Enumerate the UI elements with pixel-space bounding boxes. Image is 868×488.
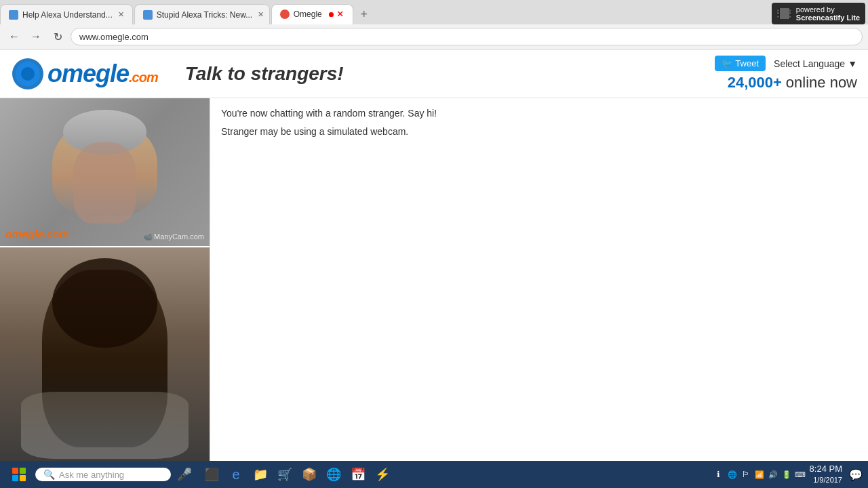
address-bar: ← → ↻ www.omegle.com	[0, 24, 868, 49]
user-video	[0, 247, 210, 470]
stranger-hair	[63, 110, 147, 154]
amazon-icon[interactable]: 📦	[298, 464, 320, 485]
file-explorer-icon[interactable]: 📁	[250, 464, 271, 485]
browser-chrome: Help Alexa Understand... ✕ Stupid Alexa …	[0, 0, 868, 49]
task-view-icon[interactable]: ⬛	[201, 464, 222, 485]
tab-label-1: Stupid Alexa Tricks: New...	[157, 10, 252, 20]
powered-by-text: powered by	[796, 5, 835, 14]
taskbar: 🔍 Ask me anything 🎤 ⬛ e 📁 🛒 📦 🌐 📅 ⚡ ℹ 🌐 …	[0, 461, 868, 488]
tab-favicon-1	[143, 10, 153, 20]
store-icon[interactable]: 🛒	[274, 464, 296, 485]
system-clock: 8:24 PM 1/9/2017	[810, 464, 842, 485]
tab-close-2[interactable]: ⏺ ✕	[328, 10, 344, 18]
tray-flag-icon[interactable]: 🏳	[741, 469, 751, 480]
edge-icon[interactable]: e	[225, 464, 247, 485]
tab-0[interactable]: Help Alexa Understand... ✕	[0, 4, 133, 24]
start-button[interactable]	[5, 464, 33, 485]
tray-battery-icon[interactable]: 🔋	[781, 469, 792, 480]
logo-area: omegle.com	[11, 57, 158, 91]
system-tray: ℹ 🌐 🏳 📶 🔊 🔋 ⌨ 8:24 PM 1/9/2017 💬	[713, 464, 863, 485]
tab-favicon-0	[9, 10, 18, 20]
chat-panel: You're now chatting with a random strang…	[210, 98, 868, 488]
tweet-button[interactable]: 🐦 Tweet	[715, 56, 766, 71]
taskbar-icons: ⬛ e 📁 🛒 📦 🌐 📅 ⚡	[201, 464, 393, 485]
tab-label-0: Help Alexa Understand...	[22, 10, 113, 20]
tab-close-1[interactable]: ✕	[258, 10, 264, 19]
tray-icon-3[interactable]: 📶	[754, 469, 765, 480]
refresh-button[interactable]: ↻	[49, 28, 66, 45]
main-content: omegle.com 📹 ManyCam.com Mouseover for o…	[0, 98, 868, 488]
tab-1[interactable]: Stupid Alexa Tricks: New... ✕	[134, 4, 270, 24]
tray-icon-4[interactable]: 🔊	[768, 469, 778, 480]
tab-favicon-2	[280, 9, 290, 19]
logo-text: omegle.com	[47, 60, 158, 88]
chat-message-0: You're now chatting with a random strang…	[221, 106, 857, 121]
url-bar[interactable]: www.omegle.com	[71, 28, 863, 45]
online-now-text: online now	[786, 74, 857, 92]
stranger-video-container: omegle.com 📹 ManyCam.com	[0, 98, 210, 247]
select-language-button[interactable]: Select Language ▼	[774, 58, 857, 69]
online-count: 24,000+ online now	[728, 74, 857, 92]
windows-logo-icon	[12, 468, 26, 481]
screencastify-overlay: powered by Screencastify Lite	[772, 3, 865, 24]
select-language-label: Select Language	[774, 58, 845, 69]
stranger-video: omegle.com 📹 ManyCam.com	[0, 98, 210, 246]
tab-2[interactable]: Omegle ⏺ ✕	[271, 4, 353, 24]
manycam-watermark: 📹 ManyCam.com	[144, 232, 204, 241]
tab-bar: Help Alexa Understand... ✕ Stupid Alexa …	[0, 0, 868, 24]
omegle-watermark: omegle.com	[5, 228, 68, 241]
omegle-logo-icon	[11, 57, 45, 91]
header-right: 🐦 Tweet Select Language ▼ 24,000+ online…	[715, 56, 857, 92]
notification-icon[interactable]: 💬	[849, 468, 863, 481]
video-panel: omegle.com 📹 ManyCam.com Mouseover for o…	[0, 98, 210, 488]
screencastify-icon	[777, 8, 792, 19]
chevron-down-icon: ▼	[848, 58, 857, 69]
new-tab-button[interactable]: +	[355, 5, 374, 24]
app-header: omegle.com Talk to strangers! 🐦 Tweet Se…	[0, 49, 868, 98]
clock-time: 8:24 PM	[810, 464, 842, 475]
online-count-number: 24,000+	[728, 74, 782, 92]
search-icon: 🔍	[43, 469, 55, 480]
tray-icon-1[interactable]: 🌐	[727, 469, 738, 480]
screencastify-brand: Screencastify Lite	[796, 14, 860, 22]
screencastify-label: powered by Screencastify Lite	[796, 5, 860, 22]
back-button[interactable]: ←	[5, 28, 23, 45]
forward-button[interactable]: →	[27, 28, 45, 45]
user-video-container	[0, 247, 210, 470]
taskbar-search[interactable]: 🔍 Ask me anything	[35, 468, 171, 481]
calendar-icon[interactable]: 📅	[347, 464, 369, 485]
tab-close-0[interactable]: ✕	[118, 10, 124, 19]
tab-label-2: Omegle	[294, 9, 322, 19]
tagline: Talk to strangers!	[185, 63, 344, 85]
user-body-lower	[21, 392, 189, 458]
tweet-label: Tweet	[735, 58, 759, 68]
svg-point-2	[21, 67, 35, 81]
extra-icon[interactable]: ⚡	[372, 464, 393, 485]
chrome-icon[interactable]: 🌐	[323, 464, 344, 485]
url-text: www.omegle.com	[79, 32, 149, 42]
twitter-bird-icon: 🐦	[722, 58, 732, 68]
tray-icons: ℹ 🌐 🏳 📶 🔊 🔋 ⌨	[713, 469, 806, 480]
user-hood	[52, 258, 157, 347]
tray-info-icon[interactable]: ℹ	[713, 469, 724, 480]
clock-date: 1/9/2017	[810, 475, 842, 485]
cortana-mic-icon[interactable]: 🎤	[174, 464, 195, 485]
search-placeholder: Ask me anything	[59, 470, 124, 480]
chat-messages: You're now chatting with a random strang…	[210, 98, 868, 488]
tray-icon-6[interactable]: ⌨	[795, 469, 806, 480]
chat-message-1: Stranger may be using a simulated webcam…	[221, 125, 857, 139]
